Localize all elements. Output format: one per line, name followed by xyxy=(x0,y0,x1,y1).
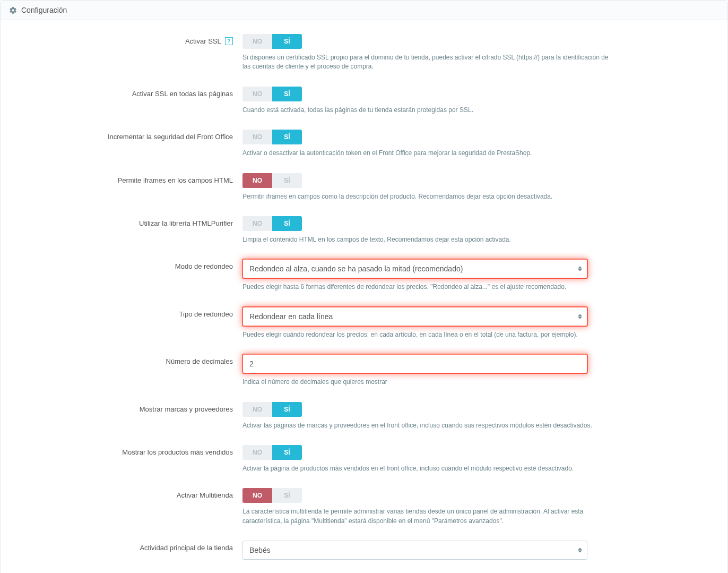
toggle-no[interactable]: NO xyxy=(242,488,272,503)
ssl-all-help: Cuando está activada, todas las páginas … xyxy=(242,106,614,115)
toggle-yes[interactable]: SÍ xyxy=(272,216,302,231)
toggle-yes[interactable]: SÍ xyxy=(272,445,302,460)
brands-toggle[interactable]: NO SÍ xyxy=(242,402,302,417)
ssl-help: Si dispones un certificado SSL propio pa… xyxy=(242,53,614,72)
help-icon[interactable]: ? xyxy=(225,37,233,45)
round-mode-select[interactable]: Redondeo al alza, cuando se ha pasado la… xyxy=(242,259,587,278)
toggle-yes[interactable]: SÍ xyxy=(272,34,302,49)
fo-security-label: Incrementar la seguridad del Front Offic… xyxy=(38,130,242,158)
iframes-toggle[interactable]: NO SÍ xyxy=(242,173,302,188)
multistore-toggle[interactable]: NO SÍ xyxy=(242,488,302,503)
brands-help: Activar las páginas de marcas y proveedo… xyxy=(242,421,614,430)
panel-heading: Configuración xyxy=(1,1,727,20)
activity-label: Actividad principal de la tienda xyxy=(38,541,242,560)
toggle-yes[interactable]: SÍ xyxy=(272,130,302,144)
activity-select[interactable]: Bebés xyxy=(242,541,587,560)
best-sellers-label: Mostrar los productos más vendidos xyxy=(38,445,242,473)
toggle-yes[interactable]: SÍ xyxy=(272,402,302,417)
toggle-no[interactable]: NO xyxy=(242,402,272,417)
round-type-select[interactable]: Redondear en cada línea xyxy=(242,307,587,326)
gear-icon xyxy=(9,6,17,14)
toggle-no[interactable]: NO xyxy=(242,34,272,49)
purifier-label: Utilizar la librería HTMLPurifier xyxy=(38,216,242,244)
fo-security-toggle[interactable]: NO SÍ xyxy=(242,130,302,144)
multistore-help: La característica multitienda te permite… xyxy=(242,507,614,526)
decimals-input[interactable] xyxy=(242,354,587,373)
purifier-toggle[interactable]: NO SÍ xyxy=(242,216,302,231)
toggle-no[interactable]: NO xyxy=(242,130,272,144)
decimals-help: Indica el número de decimales que quiere… xyxy=(242,378,614,387)
iframes-help: Permitir iframes en campos como la descr… xyxy=(242,192,614,201)
best-sellers-toggle[interactable]: NO SÍ xyxy=(242,445,302,460)
panel-title: Configuración xyxy=(21,6,67,14)
round-type-label: Tipo de redondeo xyxy=(38,307,242,339)
toggle-no[interactable]: NO xyxy=(242,173,272,188)
toggle-yes[interactable]: SÍ xyxy=(272,488,302,503)
toggle-no[interactable]: NO xyxy=(242,445,272,460)
toggle-yes[interactable]: SÍ xyxy=(272,173,302,188)
toggle-no[interactable]: NO xyxy=(242,216,272,231)
ssl-all-label: Activar SSL en todas las páginas xyxy=(38,87,242,115)
brands-label: Mostrar marcas y proveedores xyxy=(38,402,242,430)
best-sellers-help: Activar la página de productos más vendi… xyxy=(242,464,614,473)
fo-security-help: Activar o desactivar la autenticación to… xyxy=(242,149,614,158)
decimals-label: Número de decimales xyxy=(38,354,242,387)
multistore-label: Activar Multitienda xyxy=(38,488,242,526)
purifier-help: Limpia el contenido HTML en los campos d… xyxy=(242,235,614,244)
toggle-no[interactable]: NO xyxy=(242,87,272,101)
round-mode-help: Puedes elegir hasta 6 formas diferentes … xyxy=(242,283,614,292)
ssl-all-toggle[interactable]: NO SÍ xyxy=(242,87,302,101)
ssl-toggle[interactable]: NO SÍ xyxy=(242,34,302,49)
round-type-help: Puedes elegir cuándo redondear los preci… xyxy=(242,330,614,339)
iframes-label: Permite iframes en los campos HTML xyxy=(38,173,242,201)
toggle-yes[interactable]: SÍ xyxy=(272,87,302,101)
ssl-label: Activar SSL ? xyxy=(38,34,242,72)
round-mode-label: Modo de redondeo xyxy=(38,259,242,292)
